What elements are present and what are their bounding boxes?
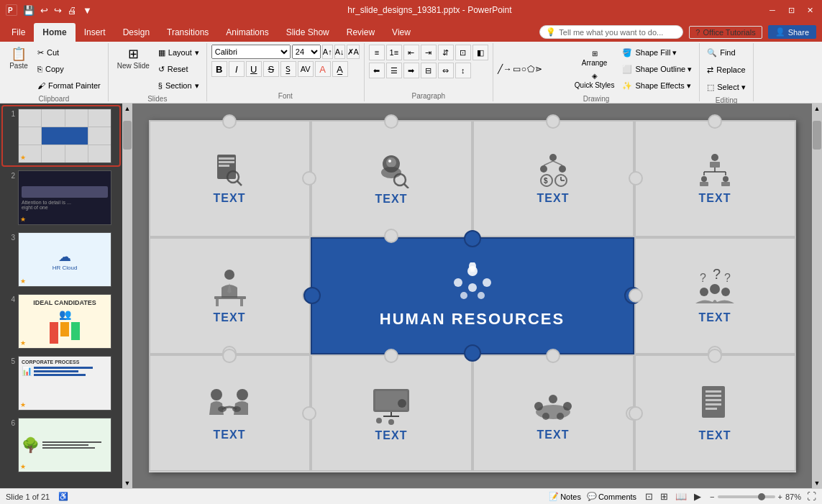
scroll-down-right[interactable]: ▼ <box>813 478 822 488</box>
tab-home[interactable]: Home <box>34 23 75 42</box>
puzzle-piece-2-4[interactable]: ? ? ? TEXT <box>634 237 796 354</box>
cut-btn[interactable]: ✂ Cut <box>35 45 104 60</box>
find-btn[interactable]: 🔍 Find <box>704 45 738 60</box>
align-center-btn[interactable]: ☰ <box>386 63 402 78</box>
bold-btn[interactable]: B <box>211 61 227 77</box>
zoom-out-btn[interactable]: − <box>710 492 714 501</box>
text-shadow-btn[interactable]: S̲ <box>280 61 296 77</box>
tab-review[interactable]: Review <box>338 23 383 42</box>
copy-btn[interactable]: ⎘ Copy <box>35 61 104 77</box>
office-tutorials-btn[interactable]: ? Office Tutorials <box>689 26 762 39</box>
tab-insert[interactable]: Insert <box>76 23 114 42</box>
format-painter-btn[interactable]: 🖌 Format Painter <box>35 78 104 93</box>
tab-animations[interactable]: Animations <box>217 23 277 42</box>
puzzle-piece-1-4[interactable]: TEXT <box>634 120 796 237</box>
align-right-btn[interactable]: ➡ <box>403 63 419 78</box>
line-spacing-btn[interactable]: ↕ <box>455 63 471 78</box>
puzzle-piece-3-3[interactable]: TEXT <box>472 354 634 472</box>
justify-btn[interactable]: ⊟ <box>421 63 437 78</box>
shape-fill-btn[interactable]: 🪣 Shape Fill ▾ <box>619 45 695 60</box>
smartart-btn[interactable]: ◧ <box>472 45 488 60</box>
decrease-font-btn[interactable]: A↓ <box>334 45 345 59</box>
reset-btn[interactable]: ↺ Reset <box>155 61 202 77</box>
paste-btn[interactable]: 📋 Paste <box>4 45 33 73</box>
shape-rect[interactable]: ▭ <box>513 64 521 74</box>
bullets-btn[interactable]: ≡ <box>369 45 385 60</box>
char-spacing-btn[interactable]: AV <box>298 61 314 77</box>
tab-design[interactable]: Design <box>114 23 158 42</box>
quick-access-dropdown[interactable]: ▼ <box>81 4 93 17</box>
shape-effects-btn[interactable]: ✨ Shape Effects ▾ <box>619 78 695 93</box>
scroll-thumb[interactable] <box>123 121 132 150</box>
restore-btn[interactable]: ⊡ <box>785 4 798 17</box>
replace-btn[interactable]: ⇄ Replace <box>704 62 748 78</box>
redo-btn[interactable]: ↪ <box>52 4 63 17</box>
tell-me-box[interactable]: 💡 Tell me what you want to do... <box>539 25 683 39</box>
slide-thumb-3[interactable]: 3 ☁ HR Cloud ★ <box>3 230 119 289</box>
align-text-btn[interactable]: ⊡ <box>455 45 471 60</box>
shape-line[interactable]: ╱ <box>498 64 503 74</box>
shape-arrow[interactable]: → <box>503 64 512 74</box>
scroll-up-right[interactable]: ▲ <box>813 104 822 114</box>
vertical-scrollbar-right[interactable]: ▲ ▼ <box>812 104 822 488</box>
minimize-btn[interactable]: ─ <box>766 4 779 17</box>
undo-btn[interactable]: ↩ <box>39 4 50 17</box>
highlight-btn[interactable]: A̲ <box>332 61 348 77</box>
layout-btn[interactable]: ▦ Layout ▾ <box>155 45 202 60</box>
font-color-btn[interactable]: A <box>315 61 331 77</box>
slide-thumb-5[interactable]: 5 CORPORATE PROCESS 📊 ★ <box>3 354 119 413</box>
tab-file[interactable]: File <box>3 23 34 42</box>
puzzle-piece-2-1[interactable]: TEXT <box>149 237 311 354</box>
shape-pentagon[interactable]: ⬠ <box>527 64 534 74</box>
print-btn[interactable]: 🖨 <box>66 4 78 17</box>
slide-thumb-4[interactable]: 4 IDEAL CANDIDATES 👥 ★ <box>3 292 119 351</box>
slide-thumb-2[interactable]: 2 Attention to detail is ... eight of on… <box>3 168 119 227</box>
indent-inc-btn[interactable]: ⇥ <box>421 45 437 60</box>
shape-outline-btn[interactable]: ⬜ Shape Outline ▾ <box>619 61 695 77</box>
section-btn[interactable]: § Section ▾ <box>155 78 202 93</box>
font-name-select[interactable]: Calibri <box>211 45 291 59</box>
slide-sorter-btn[interactable]: ⊞ <box>657 490 671 503</box>
notes-btn[interactable]: 📝 Notes <box>549 492 581 501</box>
reading-view-btn[interactable]: 📖 <box>672 490 690 503</box>
scroll-down-btn[interactable]: ▼ <box>123 478 132 488</box>
indent-dec-btn[interactable]: ⇤ <box>403 45 419 60</box>
vertical-scrollbar-left[interactable]: ▲ ▼ <box>122 104 132 488</box>
zoom-in-btn[interactable]: + <box>778 492 782 501</box>
tab-transitions[interactable]: Transitions <box>158 23 217 42</box>
puzzle-piece-1-3[interactable]: $ TEXT <box>472 120 634 237</box>
font-size-select[interactable]: 24 <box>292 45 321 59</box>
comments-btn[interactable]: 💬 Comments <box>587 492 636 501</box>
arrange-btn[interactable]: ⊞ Arrange <box>571 47 618 69</box>
close-btn[interactable]: ✕ <box>803 4 816 17</box>
save-btn[interactable]: 💾 <box>22 4 36 17</box>
slide-thumb-1[interactable]: 1 ★ <box>3 106 119 165</box>
share-btn[interactable]: 👤 Share <box>768 25 816 39</box>
puzzle-piece-1-1[interactable]: TEXT <box>149 120 311 237</box>
shape-chevron[interactable]: ⋗ <box>535 64 542 74</box>
tab-slideshow[interactable]: Slide Show <box>278 23 338 42</box>
col-spacing-btn[interactable]: ⇔ <box>438 63 454 78</box>
italic-btn[interactable]: I <box>229 61 245 77</box>
zoom-thumb[interactable] <box>758 493 765 500</box>
puzzle-piece-3-4[interactable]: TEXT <box>634 354 796 472</box>
select-btn[interactable]: ⬚ Select ▾ <box>704 79 749 95</box>
fit-window-btn[interactable]: ⛶ <box>807 491 816 502</box>
quick-styles-btn[interactable]: ◈ Quick Styles <box>571 70 618 91</box>
slide-canvas[interactable]: TEXT TEXT <box>149 120 796 472</box>
new-slide-btn[interactable]: ⊞ New Slide <box>113 45 154 73</box>
puzzle-piece-3-1[interactable]: TEXT <box>149 354 311 472</box>
align-left-btn[interactable]: ⬅ <box>369 63 385 78</box>
strikethrough-btn[interactable]: S <box>263 61 279 77</box>
puzzle-piece-center[interactable]: HUMAN RESOURCES <box>311 237 634 354</box>
puzzle-piece-1-2[interactable]: TEXT <box>311 120 472 237</box>
underline-btn[interactable]: U <box>246 61 262 77</box>
normal-view-btn[interactable]: ⊡ <box>642 490 656 503</box>
text-direction-btn[interactable]: ⇵ <box>438 45 454 60</box>
puzzle-piece-3-2[interactable]: TEXT <box>311 354 472 472</box>
clear-format-btn[interactable]: ✗A <box>347 45 360 59</box>
numbering-btn[interactable]: 1≡ <box>386 45 402 60</box>
zoom-slider[interactable] <box>718 495 775 498</box>
scroll-up-btn[interactable]: ▲ <box>123 104 132 114</box>
shape-circle[interactable]: ○ <box>521 64 526 74</box>
